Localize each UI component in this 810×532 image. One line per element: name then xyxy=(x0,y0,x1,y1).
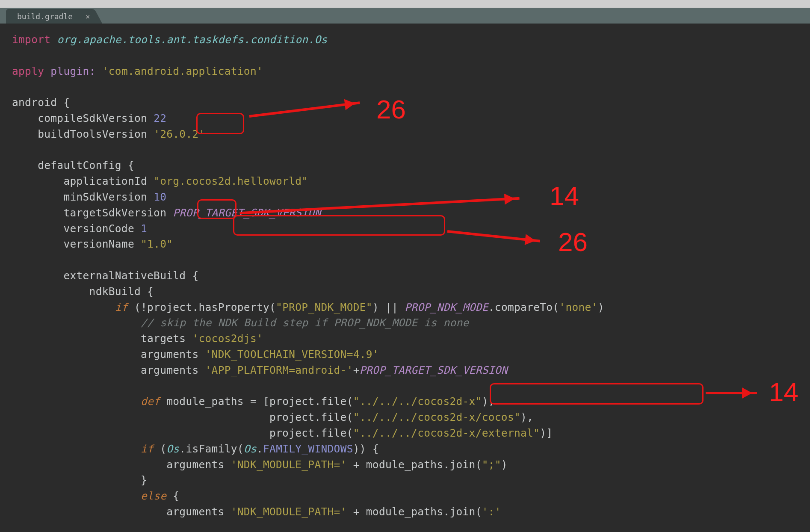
versionCode-key: versionCode xyxy=(63,222,134,235)
plugin-key: plugin: xyxy=(50,65,95,77)
close-icon[interactable]: × xyxy=(84,13,92,21)
arguments-key-2: arguments xyxy=(141,364,198,376)
applicationId-key: applicationId xyxy=(63,175,147,187)
targets-key: targets xyxy=(141,332,186,345)
arguments-key-1: arguments xyxy=(141,348,198,361)
tab-bar: build.gradle × xyxy=(0,8,810,24)
comment-skip: // skip the NDK Build step if PROP_NDK_M… xyxy=(141,316,469,329)
kw-apply: apply xyxy=(12,65,44,77)
ide-window: build.gradle × import org.apache.tools.a… xyxy=(0,0,810,532)
close-brace-1: } xyxy=(141,474,147,486)
kw-import: import xyxy=(12,33,50,46)
defaultConfig-open: defaultConfig { xyxy=(38,159,134,171)
buildTools-value: '26.0.2' xyxy=(154,128,205,140)
compileSdk-value: 22 xyxy=(154,112,166,124)
versionName-value: "1.0" xyxy=(141,238,173,250)
externalNativeBuild-open: externalNativeBuild { xyxy=(63,269,198,282)
arg-toolchain: 'NDK_TOOLCHAIN_VERSION=4.9' xyxy=(205,348,379,361)
buildTools-key: buildToolsVersion xyxy=(38,128,147,140)
targetSdk-key: targetSdkVersion xyxy=(63,207,166,219)
module-paths-name: module_paths xyxy=(166,395,244,408)
import-package: org.apache.tools.ant.taskdefs.condition.… xyxy=(57,33,327,46)
android-block-open: android { xyxy=(12,96,70,109)
versionName-key: versionName xyxy=(63,238,134,250)
minSdk-value: 10 xyxy=(154,191,166,203)
plugin-value: 'com.android.application' xyxy=(102,65,263,77)
code-editor[interactable]: import org.apache.tools.ant.taskdefs.con… xyxy=(0,24,810,532)
applicationId-value: "org.cocos2d.helloworld" xyxy=(154,175,308,187)
tab-title: build.gradle xyxy=(17,12,73,21)
kw-if: if xyxy=(115,301,128,313)
kw-else: else xyxy=(141,490,166,502)
targetSdk-value: PROP_TARGET_SDK_VERSION xyxy=(173,207,321,219)
ndkBuild-open: ndkBuild { xyxy=(89,285,154,298)
arguments-key-3: arguments xyxy=(166,458,224,471)
minSdk-key: minSdkVersion xyxy=(63,191,147,203)
versionCode-value: 1 xyxy=(141,222,147,235)
arg-ndk-module-path-2: 'NDK_MODULE_PATH=' xyxy=(231,505,347,518)
arguments-key-4: arguments xyxy=(166,505,224,518)
targets-value: 'cocos2djs' xyxy=(192,332,263,345)
compileSdk-key: compileSdkVersion xyxy=(38,112,147,124)
kw-if-2: if xyxy=(141,443,154,455)
arg-app-platform: 'APP_PLATFORM=android-' xyxy=(205,364,353,376)
tab-build-gradle[interactable]: build.gradle × xyxy=(6,9,91,24)
arg-ndk-module-path-1: 'NDK_MODULE_PATH=' xyxy=(231,458,347,471)
kw-def: def xyxy=(141,395,160,408)
arg-app-const: PROP_TARGET_SDK_VERSION xyxy=(360,364,508,376)
window-titlebar xyxy=(0,0,810,8)
